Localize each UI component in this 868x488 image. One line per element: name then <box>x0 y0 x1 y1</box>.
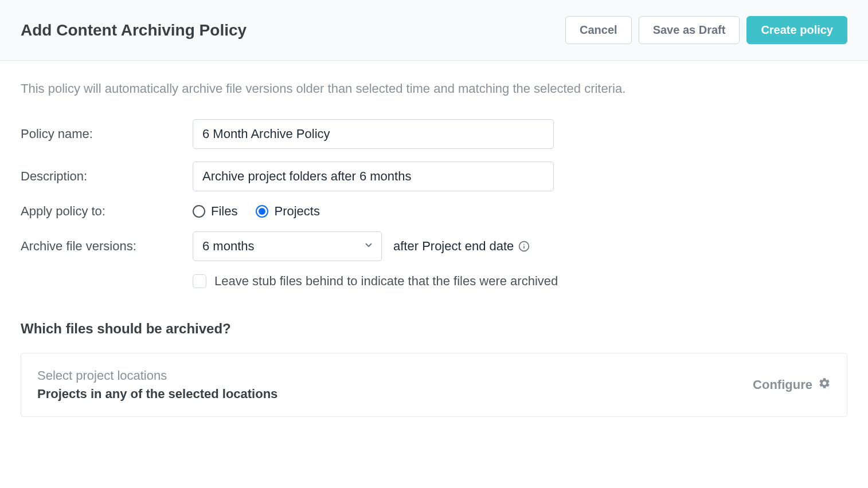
apply-to-files-label: Files <box>211 204 237 219</box>
stub-files-checkbox[interactable] <box>193 274 206 288</box>
config-left: Select project locations Projects in any… <box>37 368 277 402</box>
header-buttons: Cancel Save as Draft Create policy <box>565 16 847 44</box>
gear-icon <box>818 377 831 393</box>
config-title: Projects in any of the selected location… <box>37 387 277 402</box>
which-files-heading: Which files should be archived? <box>21 321 847 337</box>
save-draft-button[interactable]: Save as Draft <box>639 16 740 44</box>
location-config-card: Select project locations Projects in any… <box>21 353 847 417</box>
archive-versions-select-wrapper <box>193 231 382 261</box>
archive-versions-label: Archive file versions: <box>21 239 193 254</box>
archive-versions-row: Archive file versions: after Project end… <box>21 231 847 261</box>
apply-to-row: Apply policy to: Files Projects <box>21 204 847 219</box>
info-icon[interactable] <box>518 241 530 252</box>
description-input[interactable] <box>193 162 554 191</box>
intro-text: This policy will automatically archive f… <box>21 81 847 96</box>
create-policy-button[interactable]: Create policy <box>746 16 847 44</box>
apply-to-projects-label: Projects <box>274 204 319 219</box>
after-text-label: after Project end date <box>393 239 514 254</box>
radio-unchecked-icon <box>193 205 205 218</box>
policy-name-input[interactable] <box>193 119 554 149</box>
description-row: Description: <box>21 162 847 191</box>
stub-files-label: Leave stub files behind to indicate that… <box>214 274 558 289</box>
configure-label: Configure <box>753 377 812 392</box>
apply-to-label: Apply policy to: <box>21 204 193 219</box>
policy-name-row: Policy name: <box>21 119 847 149</box>
apply-to-radio-group: Files Projects <box>193 204 320 219</box>
content-area: This policy will automatically archive f… <box>0 61 868 438</box>
page-header: Add Content Archiving Policy Cancel Save… <box>0 0 868 61</box>
radio-checked-icon <box>256 205 268 218</box>
page-title: Add Content Archiving Policy <box>21 21 247 40</box>
archive-versions-select[interactable] <box>193 231 382 261</box>
config-subtitle: Select project locations <box>37 368 277 383</box>
apply-to-files-radio[interactable]: Files <box>193 204 237 219</box>
apply-to-projects-radio[interactable]: Projects <box>256 204 319 219</box>
stub-files-row: Leave stub files behind to indicate that… <box>193 274 847 289</box>
configure-button[interactable]: Configure <box>753 377 831 393</box>
policy-name-label: Policy name: <box>21 127 193 141</box>
cancel-button[interactable]: Cancel <box>565 16 632 44</box>
description-label: Description: <box>21 169 193 184</box>
after-end-date-text: after Project end date <box>393 239 530 254</box>
